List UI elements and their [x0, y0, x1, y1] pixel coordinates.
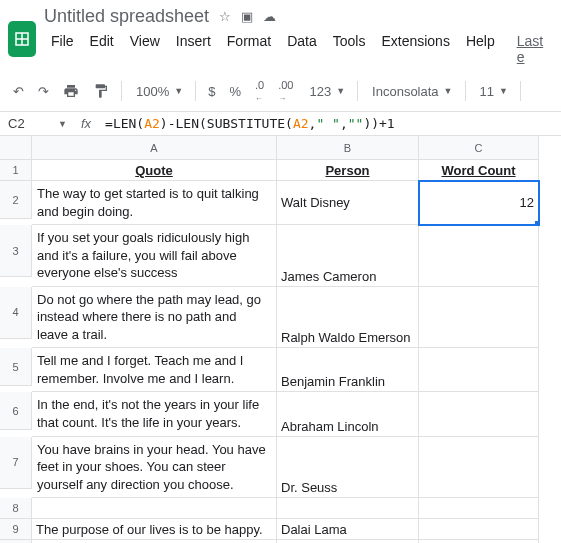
menu-view[interactable]: View — [123, 29, 167, 69]
cell[interactable] — [419, 498, 539, 519]
cell[interactable]: You have brains in your head. You have f… — [32, 437, 277, 499]
sheets-logo[interactable] — [8, 21, 36, 57]
cell[interactable]: Benjamin Franklin — [277, 348, 419, 392]
percent-button[interactable]: % — [224, 80, 246, 103]
menu-insert[interactable]: Insert — [169, 29, 218, 69]
col-header-b[interactable]: B — [277, 136, 419, 160]
font-size-dropdown[interactable]: 11▼ — [473, 80, 513, 103]
row-header[interactable]: 4 — [0, 287, 32, 339]
cell[interactable]: James Cameron — [277, 225, 419, 287]
name-box[interactable]: C2 — [8, 116, 58, 131]
menu-data[interactable]: Data — [280, 29, 324, 69]
row-header[interactable]: 9 — [0, 519, 32, 540]
more-formats-dropdown[interactable]: 123▼ — [302, 80, 350, 103]
redo-icon[interactable]: ↷ — [33, 80, 54, 103]
menu-help[interactable]: Help — [459, 29, 502, 69]
increase-decimal-button[interactable]: .00→ — [273, 75, 298, 107]
name-box-dropdown-icon[interactable]: ▼ — [58, 119, 67, 129]
last-edit-link[interactable]: Last e — [510, 29, 553, 69]
menu-edit[interactable]: Edit — [83, 29, 121, 69]
select-all-corner[interactable] — [0, 136, 32, 160]
row-header[interactable]: 3 — [0, 225, 32, 277]
decrease-decimal-button[interactable]: .0← — [250, 75, 269, 107]
row-header[interactable]: 2 — [0, 181, 32, 219]
row-header[interactable]: 6 — [0, 392, 32, 430]
spreadsheet-grid[interactable]: A B C 1 Quote Person Word Count 2 The wa… — [0, 136, 561, 543]
cell[interactable] — [419, 287, 539, 349]
fx-label: fx — [81, 116, 91, 131]
menubar: File Edit View Insert Format Data Tools … — [44, 27, 553, 71]
undo-icon[interactable]: ↶ — [8, 80, 29, 103]
cell[interactable]: Abraham Lincoln — [277, 392, 419, 436]
cell[interactable]: Person — [277, 160, 419, 181]
menu-extensions[interactable]: Extensions — [374, 29, 456, 69]
doc-title[interactable]: Untitled spreadsheet — [44, 6, 209, 27]
cloud-icon[interactable]: ☁ — [263, 9, 276, 24]
cell[interactable] — [419, 437, 539, 499]
menu-format[interactable]: Format — [220, 29, 278, 69]
cell[interactable] — [419, 348, 539, 392]
cell[interactable] — [32, 498, 277, 519]
cell[interactable]: Dr. Seuss — [277, 437, 419, 499]
cell[interactable]: Word Count — [419, 160, 539, 181]
cell[interactable]: In the end, it's not the years in your l… — [32, 392, 277, 436]
cell[interactable]: Walt Disney — [277, 181, 419, 225]
star-icon[interactable]: ☆ — [219, 9, 231, 24]
formula-bar: C2 ▼ fx =LEN(A2)-LEN(SUBSTITUTE(A2," ","… — [0, 112, 561, 136]
currency-button[interactable]: $ — [203, 80, 220, 103]
cell[interactable]: Quote — [32, 160, 277, 181]
cell[interactable] — [419, 392, 539, 436]
cell[interactable] — [277, 498, 419, 519]
font-dropdown[interactable]: Inconsolata▼ — [365, 80, 457, 103]
row-header[interactable]: 7 — [0, 437, 32, 489]
cell[interactable]: If you set your goals ridiculously high … — [32, 225, 277, 287]
col-header-c[interactable]: C — [419, 136, 539, 160]
cell[interactable]: Ralph Waldo Emerson — [277, 287, 419, 349]
menu-tools[interactable]: Tools — [326, 29, 373, 69]
cell[interactable]: Dalai Lama — [277, 519, 419, 540]
row-header[interactable]: 8 — [0, 498, 32, 519]
cell-active[interactable]: 12 — [419, 181, 539, 225]
cell[interactable]: Do not go where the path may lead, go in… — [32, 287, 277, 349]
menu-file[interactable]: File — [44, 29, 81, 69]
cell[interactable]: Tell me and I forget. Teach me and I rem… — [32, 348, 277, 392]
col-header-a[interactable]: A — [32, 136, 277, 160]
paint-format-icon[interactable] — [88, 79, 114, 103]
print-icon[interactable] — [58, 79, 84, 103]
cell[interactable] — [419, 519, 539, 540]
cell[interactable]: The way to get started is to quit talkin… — [32, 181, 277, 225]
move-icon[interactable]: ▣ — [241, 9, 253, 24]
formula-input[interactable]: =LEN(A2)-LEN(SUBSTITUTE(A2," ",""))+1 — [105, 116, 395, 131]
zoom-dropdown[interactable]: 100%▼ — [129, 80, 188, 103]
cell[interactable] — [419, 225, 539, 287]
row-header[interactable]: 5 — [0, 348, 32, 386]
cell[interactable]: The purpose of our lives is to be happy. — [32, 519, 277, 540]
toolbar: ↶ ↷ 100%▼ $ % .0← .00→ 123▼ Inconsolata▼… — [0, 71, 561, 112]
row-header[interactable]: 1 — [0, 160, 32, 181]
